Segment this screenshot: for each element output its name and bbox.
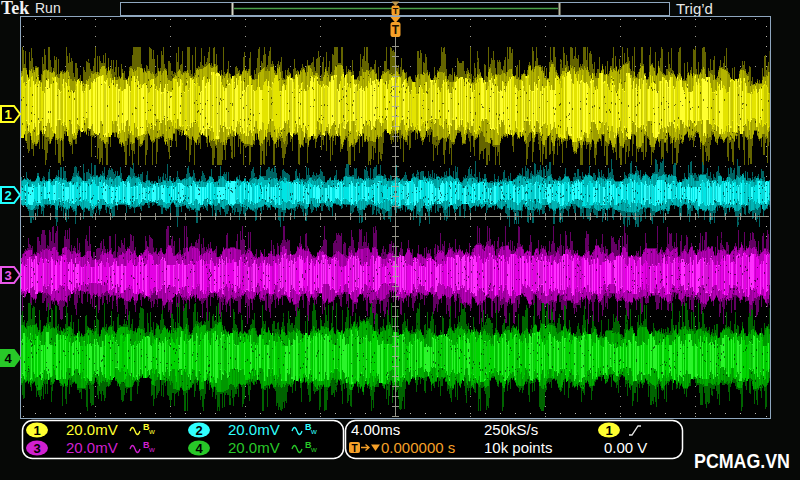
svg-text:2: 2 <box>195 423 202 438</box>
svg-text:2: 2 <box>4 188 11 203</box>
svg-text:1: 1 <box>4 107 11 122</box>
svg-text:0.00 V: 0.00 V <box>604 439 647 456</box>
svg-text:20.0mV: 20.0mV <box>228 439 280 456</box>
svg-text:w: w <box>310 445 317 454</box>
svg-text:4: 4 <box>195 441 203 456</box>
svg-text:1: 1 <box>33 423 40 438</box>
svg-text:Run: Run <box>35 0 61 16</box>
svg-text:4.00ms: 4.00ms <box>351 421 400 438</box>
svg-text:Tek: Tek <box>1 0 29 18</box>
svg-text:20.0mV: 20.0mV <box>66 421 118 438</box>
svg-text:4: 4 <box>4 351 12 366</box>
svg-text:3: 3 <box>33 441 40 456</box>
svg-text:w: w <box>148 445 155 454</box>
svg-text:T: T <box>351 443 357 454</box>
svg-text:0.000000 s: 0.000000 s <box>381 439 455 456</box>
svg-text:20.0mV: 20.0mV <box>228 421 280 438</box>
svg-text:20.0mV: 20.0mV <box>66 439 118 456</box>
svg-text:T: T <box>392 23 400 37</box>
svg-text:10k points: 10k points <box>484 439 552 456</box>
svg-text:w: w <box>148 427 155 436</box>
svg-text:250kS/s: 250kS/s <box>484 421 538 438</box>
svg-text:w: w <box>310 427 317 436</box>
svg-text:3: 3 <box>4 268 11 283</box>
svg-text:PCMAG.VN: PCMAG.VN <box>694 449 790 472</box>
svg-text:Trig’d: Trig’d <box>676 0 713 17</box>
svg-text:T: T <box>393 6 399 16</box>
svg-text:1: 1 <box>605 423 612 438</box>
